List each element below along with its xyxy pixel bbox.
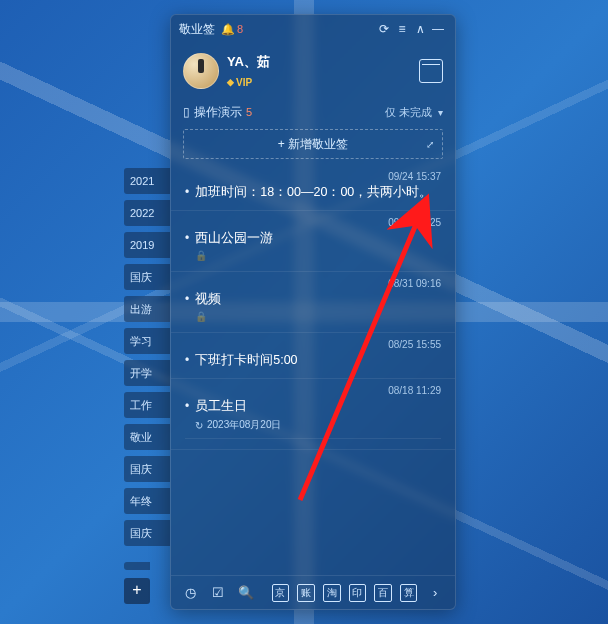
- user-info: YA、茹 VIP: [227, 53, 270, 89]
- side-tab[interactable]: 开学: [124, 360, 170, 386]
- checklist-icon[interactable]: ☑: [209, 583, 229, 603]
- category-label[interactable]: 操作演示: [194, 104, 242, 121]
- notif-count: 8: [237, 23, 243, 35]
- avatar[interactable]: [183, 53, 219, 89]
- bullet-icon: •: [185, 184, 189, 200]
- bullet-icon: •: [185, 291, 189, 307]
- note-text: 西山公园一游: [195, 230, 441, 246]
- close-icon[interactable]: —: [429, 20, 447, 38]
- bullet-icon: •: [185, 398, 189, 414]
- side-tab[interactable]: 2019: [124, 232, 170, 258]
- note-timestamp: 09/05 09:25: [185, 217, 441, 228]
- shortcut-button[interactable]: 京: [272, 584, 290, 602]
- side-tab[interactable]: 国庆: [124, 456, 170, 482]
- side-tab-more[interactable]: [124, 562, 150, 570]
- side-tab[interactable]: 2022: [124, 200, 170, 226]
- shortcut-button[interactable]: 百: [374, 584, 392, 602]
- side-tab[interactable]: 国庆: [124, 264, 170, 290]
- pin-icon: ▯: [183, 105, 190, 119]
- status-filter[interactable]: 仅 未完成 ▾: [385, 105, 443, 120]
- note-item[interactable]: 09/24 15:37 • 加班时间：18：00—20：00，共两小时。: [171, 165, 455, 211]
- notification-badge[interactable]: 🔔 8: [221, 23, 243, 36]
- note-timestamp: 08/25 15:55: [185, 339, 441, 350]
- search-icon[interactable]: 🔍: [236, 583, 256, 603]
- vip-badge: VIP: [227, 77, 252, 88]
- note-timestamp: 08/18 11:29: [185, 385, 441, 396]
- side-tab[interactable]: 学习: [124, 328, 170, 354]
- notes-list: 09/24 15:37 • 加班时间：18：00—20：00，共两小时。 09/…: [171, 165, 455, 575]
- username: YA、茹: [227, 53, 270, 71]
- side-tabs: 2021 2022 2019 国庆 出游 学习 开学 工作 敬业 国庆 年终 国…: [124, 168, 170, 604]
- note-timestamp: 08/31 09:16: [185, 278, 441, 289]
- titlebar: 敬业签 🔔 8 ⟳ ≡ ∧ —: [171, 15, 455, 43]
- collapse-icon[interactable]: ∧: [411, 20, 429, 38]
- shortcut-button[interactable]: 算: [400, 584, 418, 602]
- note-item[interactable]: 08/25 15:55 • 下班打卡时间5:00: [171, 333, 455, 379]
- note-text: 下班打卡时间5:00: [195, 352, 441, 368]
- note-item[interactable]: 08/18 11:29 • 员工生日 ↻ 2023年08月20日: [171, 379, 455, 450]
- side-tab[interactable]: 出游: [124, 296, 170, 322]
- calendar-icon[interactable]: [419, 59, 443, 83]
- shortcut-button[interactable]: 印: [349, 584, 367, 602]
- profile-row: YA、茹 VIP: [171, 43, 455, 99]
- more-icon[interactable]: ›: [425, 583, 445, 603]
- footer-bar: ◷ ☑ 🔍 京 账 淘 印 百 算 ›: [171, 575, 455, 609]
- shortcut-button[interactable]: 淘: [323, 584, 341, 602]
- side-tab[interactable]: 敬业: [124, 424, 170, 450]
- lock-icon: 🔒: [195, 250, 441, 261]
- chevron-down-icon: ▾: [438, 107, 443, 118]
- note-text: 加班时间：18：00—20：00，共两小时。: [195, 184, 441, 200]
- side-tab[interactable]: 国庆: [124, 520, 170, 546]
- note-subinfo: ↻ 2023年08月20日: [195, 418, 441, 432]
- lock-icon: 🔒: [195, 311, 441, 322]
- side-tab[interactable]: 2021: [124, 168, 170, 194]
- note-item[interactable]: 08/31 09:16 • 视频 🔒: [171, 272, 455, 333]
- add-note-label: + 新增敬业签: [278, 136, 348, 153]
- add-note-button[interactable]: + 新增敬业签 ⤢: [183, 129, 443, 159]
- shortcut-button[interactable]: 账: [297, 584, 315, 602]
- bell-icon: 🔔: [221, 23, 235, 36]
- refresh-icon: ↻: [195, 420, 203, 431]
- clock-icon[interactable]: ◷: [181, 583, 201, 603]
- menu-icon[interactable]: ≡: [393, 20, 411, 38]
- note-text: 员工生日: [195, 398, 441, 414]
- app-name: 敬业签: [179, 21, 215, 38]
- side-tab[interactable]: 工作: [124, 392, 170, 418]
- note-item[interactable]: 09/05 09:25 • 西山公园一游 🔒: [171, 211, 455, 272]
- expand-icon: ⤢: [426, 139, 434, 150]
- category-count: 5: [246, 106, 252, 118]
- filter-bar: ▯ 操作演示 5 仅 未完成 ▾: [171, 99, 455, 125]
- bullet-icon: •: [185, 230, 189, 246]
- side-add-button[interactable]: +: [124, 578, 150, 604]
- main-card: 敬业签 🔔 8 ⟳ ≡ ∧ — YA、茹 VIP ▯ 操作演示 5 仅 未完成 …: [170, 14, 456, 610]
- note-text: 视频: [195, 291, 441, 307]
- side-tab[interactable]: 年终: [124, 488, 170, 514]
- bullet-icon: •: [185, 352, 189, 368]
- note-timestamp: 09/24 15:37: [185, 171, 441, 182]
- sync-icon[interactable]: ⟳: [375, 20, 393, 38]
